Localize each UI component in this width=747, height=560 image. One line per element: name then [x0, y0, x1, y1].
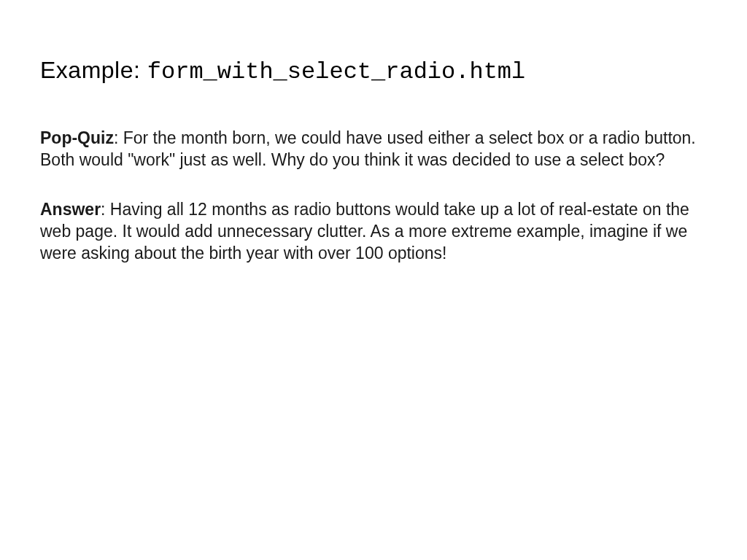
answer-text: : Having all 12 months as radio buttons …	[40, 200, 689, 262]
answer-label: Answer	[40, 200, 101, 219]
heading-label: Example:	[40, 57, 147, 83]
quiz-text: : For the month born, we could have used…	[40, 128, 696, 169]
heading-filename: form_with_select_radio.html	[147, 58, 525, 85]
slide-heading: Example: form_with_select_radio.html	[40, 57, 707, 85]
quiz-label: Pop-Quiz	[40, 128, 114, 147]
answer-paragraph: Answer: Having all 12 months as radio bu…	[40, 199, 707, 265]
quiz-paragraph: Pop-Quiz: For the month born, we could h…	[40, 128, 707, 171]
